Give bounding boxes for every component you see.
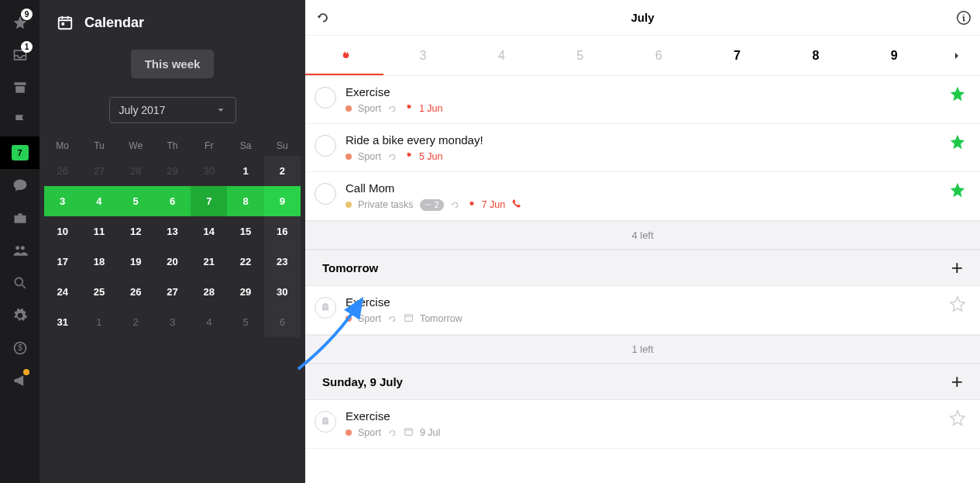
weekday-label: Sa	[227, 136, 263, 156]
project-color-dot	[346, 202, 352, 208]
calendar-day[interactable]: 2	[264, 156, 301, 186]
archive-icon	[12, 80, 28, 95]
task-checkbox[interactable]	[315, 87, 336, 109]
calendar-day[interactable]: 9	[264, 186, 301, 216]
datebar-next[interactable]	[934, 36, 980, 75]
this-week-button[interactable]: This week	[131, 50, 215, 78]
calendar-day[interactable]: 24	[44, 277, 81, 307]
calendar-day[interactable]: 19	[118, 247, 154, 277]
calendar-day[interactable]: 26	[118, 277, 154, 307]
project-name: Sport	[358, 151, 381, 162]
datebar-day[interactable]: 9	[855, 36, 934, 75]
calendar-icon	[57, 14, 74, 31]
rail-star[interactable]: 9	[0, 6, 40, 39]
calendar-day[interactable]: 31	[44, 307, 81, 337]
calendar-day[interactable]: 20	[154, 247, 191, 277]
calendar-day[interactable]: 4	[191, 307, 227, 337]
main-panel: July 3456789 ExerciseSport1 JunRide a bi…	[305, 0, 980, 483]
calendar-day[interactable]: 1	[227, 156, 263, 186]
rail-search[interactable]	[0, 267, 40, 299]
task-row[interactable]: ExerciseSport1 Jun	[305, 76, 980, 124]
datebar-day[interactable]: 6	[620, 36, 698, 75]
rail-announce[interactable]	[0, 364, 40, 397]
calendar-day[interactable]: 11	[81, 216, 117, 247]
star-toggle[interactable]	[949, 409, 966, 430]
calendar-day[interactable]: 12	[118, 216, 154, 247]
rail-billing[interactable]: $	[0, 332, 40, 364]
calendar-day[interactable]: 4	[81, 186, 117, 216]
calendar-day[interactable]: 25	[81, 277, 117, 307]
chevron-right-icon	[951, 50, 963, 62]
star-toggle[interactable]	[949, 295, 966, 316]
task-checkbox[interactable]	[315, 135, 336, 157]
calendar-day[interactable]: 3	[44, 186, 81, 216]
calendar-day[interactable]: 18	[81, 247, 117, 277]
rail-people[interactable]	[0, 234, 40, 267]
calendar-day[interactable]: 21	[191, 247, 227, 277]
calendar-day[interactable]: 13	[154, 216, 191, 247]
star-toggle[interactable]	[949, 181, 966, 202]
calendar-day[interactable]: 22	[227, 247, 263, 277]
overdue-date: 7 Jun	[482, 199, 506, 210]
rail-chat[interactable]	[0, 169, 40, 202]
star-toggle[interactable]	[949, 85, 966, 105]
svg-text:$: $	[18, 343, 22, 352]
add-task-button[interactable]: +	[951, 263, 963, 273]
calendar-day[interactable]: 27	[81, 156, 117, 186]
project-name: Private tasks	[358, 199, 414, 210]
calendar-day[interactable]: 2	[118, 307, 154, 337]
calendar-day[interactable]: 1	[81, 307, 117, 337]
calendar-day[interactable]: 14	[191, 216, 227, 247]
calendar-day[interactable]: 6	[264, 307, 301, 337]
calendar-day[interactable]: 26	[44, 156, 81, 186]
repeat-icon	[387, 313, 397, 324]
calendar-day[interactable]: 3	[154, 307, 191, 337]
task-row[interactable]: ExerciseSport9 Jul	[305, 400, 980, 449]
calendar-icon: 7	[12, 145, 29, 160]
task-row[interactable]: Call MomPrivate tasks 27 Jun	[305, 172, 980, 221]
rail-briefcase[interactable]	[0, 202, 40, 234]
calendar-day[interactable]: 28	[191, 277, 227, 307]
calendar-day[interactable]: 17	[44, 247, 81, 277]
calendar-day[interactable]: 30	[264, 277, 301, 307]
info-button[interactable]	[955, 0, 972, 35]
rail-inbox[interactable]: 1	[0, 39, 40, 71]
datebar-day[interactable]: 7	[698, 36, 776, 75]
datebar-day[interactable]: 3	[383, 36, 462, 75]
calendar-day[interactable]: 5	[118, 186, 154, 216]
rail-archive[interactable]	[0, 71, 40, 104]
rail-settings[interactable]	[0, 299, 40, 332]
task-date: Tomorrow	[420, 313, 462, 324]
datebar-day[interactable]: 5	[541, 36, 619, 75]
calendar-day[interactable]: 8	[227, 186, 263, 216]
rail-calendar[interactable]: 7	[0, 136, 40, 169]
add-task-button[interactable]: +	[951, 377, 963, 387]
datebar-day[interactable]: 4	[462, 36, 541, 75]
sidebar: Calendar This week July 2017 MoTuWeThFrS…	[40, 0, 305, 483]
refresh-button[interactable]	[305, 10, 341, 26]
rail-flag[interactable]	[0, 104, 40, 136]
calendar-day[interactable]: 10	[44, 216, 81, 247]
calendar-day[interactable]: 30	[191, 156, 227, 186]
task-row[interactable]: ExerciseSportTomorrow	[305, 286, 980, 335]
calendar-day[interactable]: 29	[227, 277, 263, 307]
calendar-day[interactable]: 28	[118, 156, 154, 186]
star-toggle[interactable]	[949, 133, 966, 154]
datebar-day[interactable]: 8	[776, 36, 854, 75]
calendar-day[interactable]: 7	[191, 186, 227, 216]
datebar-overdue[interactable]	[305, 36, 383, 75]
calendar-day[interactable]: 16	[264, 216, 301, 247]
task-row[interactable]: Ride a bike every monday!Sport5 Jun	[305, 124, 980, 172]
calendar-day[interactable]: 29	[154, 156, 191, 186]
calendar-day[interactable]: 5	[227, 307, 263, 337]
comments-badge: 2	[420, 199, 444, 211]
calendar-small-icon	[404, 312, 414, 325]
calendar-day[interactable]: 6	[154, 186, 191, 216]
section-title: Sunday, 9 July	[322, 375, 403, 388]
month-select[interactable]: July 2017	[109, 97, 236, 123]
task-checkbox[interactable]	[315, 183, 336, 205]
project-color-dot	[346, 105, 352, 112]
calendar-day[interactable]: 27	[154, 277, 191, 307]
calendar-day[interactable]: 23	[264, 247, 301, 277]
calendar-day[interactable]: 15	[227, 216, 263, 247]
